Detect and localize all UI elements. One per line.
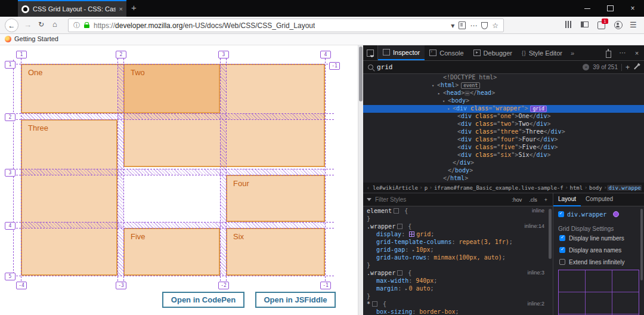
breadcrumb-scroll-left[interactable]: ‹ xyxy=(366,185,371,191)
markup-row[interactable]: <!DOCTYPE html> xyxy=(363,74,644,82)
open-in-codepen-button[interactable]: Open in CodePen xyxy=(162,292,244,308)
tab-close-icon[interactable]: × xyxy=(119,5,123,13)
markup-row[interactable]: </html> xyxy=(363,175,644,183)
selector-highlight-icon[interactable] xyxy=(397,270,402,276)
css-property[interactable]: margin: ▸0 auto; xyxy=(363,285,553,293)
markup-row[interactable]: ▾<html>event xyxy=(363,82,644,89)
new-tab-button[interactable]: + xyxy=(131,2,137,13)
selector-highlight-icon[interactable] xyxy=(394,208,399,214)
pocket-icon[interactable] xyxy=(481,22,488,29)
eyedropper-icon[interactable] xyxy=(634,65,639,70)
window-minimize-button[interactable] xyxy=(576,0,599,17)
add-rule-button[interactable]: + xyxy=(543,197,549,203)
breadcrumb-item[interactable]: p xyxy=(423,185,429,191)
search-input[interactable]: grid xyxy=(377,63,393,71)
rule-selector[interactable]: .wrapper {inline:14 xyxy=(363,223,553,231)
markup-row[interactable]: </div> xyxy=(363,159,644,167)
home-button[interactable]: ⌂ xyxy=(52,20,57,29)
css-property[interactable]: grid-gap: ▸10px; xyxy=(363,246,553,254)
open-in-jsfiddle-button[interactable]: Open in JSFiddle xyxy=(255,292,336,308)
grid-toggle-icon[interactable] xyxy=(409,231,414,237)
markup-row[interactable]: ▾<div class="wrapper">grid xyxy=(363,105,644,113)
forward-button[interactable]: → xyxy=(24,20,32,29)
bookmark-star-icon[interactable]: ☆ xyxy=(492,21,499,30)
library-icon[interactable] xyxy=(565,21,572,28)
grid-setting-row[interactable]: Display line numbers xyxy=(553,232,644,244)
rule-selector[interactable]: .wrapper {inline:3 xyxy=(363,270,553,277)
tab-inspector[interactable]: Inspector xyxy=(378,45,425,60)
setting-checkbox[interactable] xyxy=(559,259,565,265)
markup-row[interactable]: <div class="three">Three</div> xyxy=(363,128,644,136)
class-toggle-button[interactable]: .cls xyxy=(527,197,539,203)
css-property[interactable]: grid-auto-rows: minmax(100px, auto); xyxy=(363,254,553,262)
rule-source-link[interactable]: inline:3 xyxy=(527,270,544,276)
back-button[interactable]: ← xyxy=(5,18,18,32)
markup-row[interactable]: <div class="two">Two</div> xyxy=(363,121,644,128)
rule-source-link[interactable]: inline:2 xyxy=(527,301,544,307)
https-lock-icon[interactable] xyxy=(84,24,89,28)
markup-row[interactable]: </body> xyxy=(363,167,644,175)
bookmark-getting-started[interactable]: Getting Started xyxy=(5,35,58,42)
markup-row[interactable]: ▾<body> xyxy=(363,97,644,105)
page-actions-icon[interactable]: ⋯ xyxy=(470,21,477,30)
window-close-button[interactable]: × xyxy=(621,0,644,17)
url-bar[interactable]: ⓘ https://developer.mozilla.org/en-US/do… xyxy=(68,18,504,32)
tab-layout[interactable]: Layout xyxy=(553,193,581,206)
breadcrumb-item[interactable]: div.wrapper xyxy=(607,185,642,191)
css-property[interactable]: grid-template-columns: repeat(3, 1fr); xyxy=(363,239,553,246)
twisty-icon[interactable]: ▾ xyxy=(447,107,453,112)
breadcrumb-item[interactable]: iframe#frame_Basic_example.live-sample-f xyxy=(432,185,565,191)
grid-color-swatch[interactable] xyxy=(613,211,619,217)
site-info-icon[interactable]: ⓘ xyxy=(73,21,80,30)
reload-button[interactable]: ↻ xyxy=(38,20,44,29)
grid-overlay-item[interactable]: div.wrapper xyxy=(553,206,644,220)
twisty-icon[interactable]: ▸ xyxy=(438,91,443,96)
element-picker-button[interactable] xyxy=(363,45,378,60)
markup-row[interactable]: <div class="four">Four</div> xyxy=(363,136,644,144)
responsive-design-mode-button[interactable] xyxy=(601,50,615,57)
markup-row[interactable]: ▸<head>⋯</head> xyxy=(363,89,644,97)
menu-hamburger-icon[interactable]: ☰ xyxy=(630,20,637,29)
css-property[interactable]: display: grid; xyxy=(363,231,553,239)
devtools-options-button[interactable]: ⋯ xyxy=(615,49,630,57)
breadcrumb-item[interactable]: html xyxy=(568,185,585,191)
selector-highlight-icon[interactable] xyxy=(397,224,402,229)
pseudo-class-button[interactable]: :hov xyxy=(510,197,524,203)
grid-setting-row[interactable]: Display area names xyxy=(553,244,644,256)
more-tabs-chevron[interactable]: » xyxy=(567,50,578,57)
sidebar-scrollbar[interactable] xyxy=(640,209,643,280)
twisty-icon[interactable]: ▾ xyxy=(442,99,448,104)
tab-style-editor[interactable]: { }Style Editor xyxy=(517,45,567,60)
breadcrumb-item[interactable]: body xyxy=(587,185,604,191)
clear-search-button[interactable]: × xyxy=(583,64,589,70)
urlbar-dropdown-icon[interactable]: ▾ xyxy=(451,21,454,30)
rule-selector[interactable]: element {inline xyxy=(363,208,553,215)
markup-row[interactable]: <div class="six">Six</div> xyxy=(363,152,644,159)
rule-source-link[interactable]: inline:14 xyxy=(524,223,544,229)
selector-highlight-icon[interactable] xyxy=(372,301,377,307)
tab-console[interactable]: Console xyxy=(425,45,468,60)
event-badge[interactable]: event xyxy=(461,82,480,89)
breadcrumb-item[interactable]: le#wikiArticle xyxy=(371,185,420,191)
scrollbar-thumb[interactable] xyxy=(359,47,363,101)
rules-scrollbar[interactable] xyxy=(549,209,552,259)
filter-styles-input[interactable]: Filter Styles xyxy=(375,196,506,203)
reader-mode-icon[interactable] xyxy=(459,21,466,29)
browser-tab[interactable]: CSS Grid Layout - CSS: Cascad... × xyxy=(18,0,126,17)
twisty-icon[interactable]: ▾ xyxy=(432,84,437,88)
markup-row[interactable]: <div class="one">One</div> xyxy=(363,113,644,121)
sidebar-toggle-icon[interactable] xyxy=(581,21,589,27)
grid-badge[interactable]: grid xyxy=(530,106,546,112)
tab-debugger[interactable]: Debugger xyxy=(469,45,517,60)
setting-checkbox[interactable] xyxy=(559,235,565,241)
setting-checkbox[interactable] xyxy=(559,247,565,253)
page-scrollbar[interactable] xyxy=(358,45,363,315)
tab-computed[interactable]: Computed xyxy=(581,193,618,206)
markup-row[interactable]: <div class="five">Five</div> xyxy=(363,144,644,152)
css-property[interactable]: box-sizing: border-box; xyxy=(363,308,553,315)
grid-overlay-checkbox[interactable] xyxy=(558,211,564,217)
css-property[interactable]: max-width: 940px; xyxy=(363,277,553,285)
devtools-close-button[interactable]: × xyxy=(630,50,644,57)
grid-setting-row[interactable]: Extend lines infinitely xyxy=(553,256,644,268)
add-node-button[interactable]: + xyxy=(626,63,630,72)
